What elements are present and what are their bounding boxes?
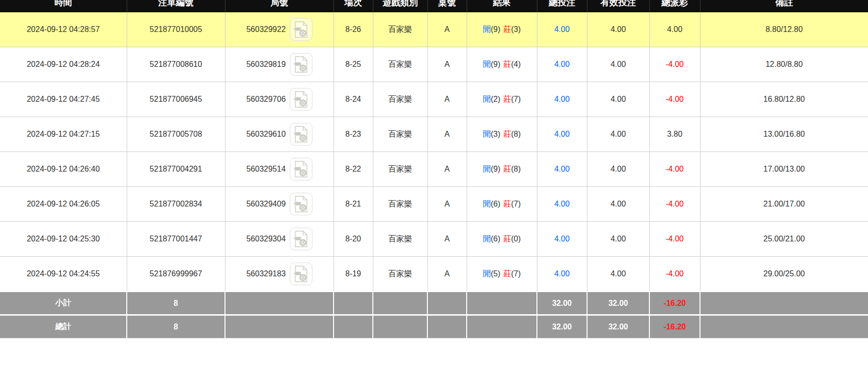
cell-time: 2024-09-12 04:26:05 [0, 187, 127, 222]
result-banker-score: (7) [511, 95, 521, 103]
header-session: 場次 [334, 0, 373, 12]
result-player-label: 閒 [483, 130, 491, 138]
cell-valid-bet: 4.00 [587, 82, 649, 117]
total-label: 總計 [0, 315, 127, 338]
subtotal-count: 8 [127, 292, 225, 315]
cell-valid-bet: 4.00 [587, 187, 649, 222]
video-replay-button[interactable] [290, 263, 312, 285]
cell-round-id: 560329514 [225, 152, 334, 187]
cell-time: 2024-09-12 04:25:30 [0, 222, 127, 257]
cell-valid-bet: 4.00 [587, 47, 649, 82]
cell-session: 8-23 [334, 117, 373, 152]
cell-session: 8-25 [334, 47, 373, 82]
video-file-icon [294, 21, 308, 38]
cell-payout: -4.00 [649, 187, 700, 222]
result-banker-label: 莊 [504, 235, 511, 243]
cell-round-id: 560329183 [225, 257, 334, 292]
cell-result: 閒(9)莊(8) [467, 152, 537, 187]
video-replay-button[interactable] [290, 158, 312, 180]
cell-game-type: 百家樂 [373, 117, 427, 152]
cell-payout: 4.00 [649, 12, 700, 47]
cell-remark: 12.80/8.80 [700, 47, 868, 82]
cell-bet-id: 521877002834 [127, 187, 225, 222]
total-payout: -16.20 [649, 315, 700, 338]
total-empty-session [334, 315, 373, 338]
video-file-icon [294, 231, 308, 247]
total-empty-round [225, 315, 334, 338]
cell-round-id: 560329819 [225, 47, 334, 82]
result-player-label: 閒 [483, 95, 491, 103]
cell-time: 2024-09-12 04:26:40 [0, 152, 127, 187]
table-row: 2024-09-12 04:26:05 521877002834 5603294… [0, 187, 868, 222]
cell-total-bet[interactable]: 4.00 [537, 152, 587, 187]
cell-game-type: 百家樂 [373, 257, 427, 292]
cell-session: 8-26 [334, 12, 373, 47]
table-row: 2024-09-12 04:24:55 521876999967 5603291… [0, 257, 868, 292]
cell-total-bet[interactable]: 4.00 [537, 82, 587, 117]
result-player-score: (6) [491, 235, 501, 243]
table-body: 2024-09-12 04:28:57 521877010005 5603299… [0, 12, 868, 292]
cell-total-bet[interactable]: 4.00 [537, 187, 587, 222]
cell-total-bet[interactable]: 4.00 [537, 257, 587, 292]
result-banker-label: 莊 [504, 269, 511, 278]
cell-payout: -4.00 [649, 82, 700, 117]
result-banker-label: 莊 [504, 25, 511, 33]
cell-remark: 29.00/25.00 [700, 257, 868, 292]
round-id-text: 560329610 [246, 130, 285, 139]
cell-bet-id: 521876999967 [127, 257, 225, 292]
summary-section: 小計 8 32.00 32.00 -16.20 總計 8 32.00 32.00… [0, 292, 868, 338]
cell-table-no: A [427, 47, 467, 82]
result-banker-label: 莊 [504, 60, 511, 68]
subtotal-empty-round [225, 292, 334, 315]
result-player-label: 閒 [483, 60, 491, 68]
cell-game-type: 百家樂 [373, 12, 427, 47]
video-replay-button[interactable] [290, 228, 312, 250]
subtotal-empty-game [373, 292, 427, 315]
cell-round-id: 560329304 [225, 222, 334, 257]
header-remark: 備註 [700, 0, 868, 12]
result-player-label: 閒 [483, 25, 491, 33]
cell-total-bet[interactable]: 4.00 [537, 12, 587, 47]
header-time: 時間 [0, 0, 127, 12]
result-banker-score: (0) [511, 235, 521, 243]
cell-bet-id: 521877005708 [127, 117, 225, 152]
cell-total-bet[interactable]: 4.00 [537, 47, 587, 82]
header-round-id: 局號 [225, 0, 334, 12]
video-replay-button[interactable] [290, 53, 312, 76]
cell-session: 8-19 [334, 257, 373, 292]
cell-result: 閒(2)莊(7) [467, 82, 537, 117]
cell-total-bet[interactable]: 4.00 [537, 222, 587, 257]
round-id-text: 560329706 [246, 95, 285, 104]
video-file-icon [294, 266, 308, 282]
cell-total-bet[interactable]: 4.00 [537, 117, 587, 152]
table-row: 2024-09-12 04:25:30 521877001447 5603293… [0, 222, 868, 257]
table-row: 2024-09-12 04:28:57 521877010005 5603299… [0, 12, 868, 47]
cell-game-type: 百家樂 [373, 222, 427, 257]
cell-remark: 8.80/12.80 [700, 12, 868, 47]
total-remark [700, 315, 868, 338]
cell-remark: 25.00/21.00 [700, 222, 868, 257]
total-empty-game [373, 315, 427, 338]
header-payout: 總派彩 [649, 0, 700, 12]
cell-remark: 13.00/16.80 [700, 117, 868, 152]
result-player-label: 閒 [483, 200, 491, 208]
video-replay-button[interactable] [290, 123, 312, 146]
cell-result: 閒(6)莊(7) [467, 187, 537, 222]
video-replay-button[interactable] [290, 193, 312, 215]
video-replay-button[interactable] [290, 88, 312, 111]
video-file-icon [294, 126, 308, 143]
result-player-score: (9) [491, 165, 501, 173]
cell-payout: -4.00 [649, 222, 700, 257]
total-empty-result [467, 315, 537, 338]
cell-table-no: A [427, 257, 467, 292]
cell-time: 2024-09-12 04:28:57 [0, 12, 127, 47]
cell-remark: 16.80/12.80 [700, 82, 868, 117]
cell-payout: -4.00 [649, 152, 700, 187]
video-replay-button[interactable] [290, 18, 312, 41]
video-file-icon [294, 56, 308, 73]
subtotal-valid-bet: 32.00 [587, 292, 649, 315]
result-banker-score: (4) [511, 60, 521, 68]
subtotal-empty-table [427, 292, 467, 315]
cell-result: 閒(6)莊(0) [467, 222, 537, 257]
cell-table-no: A [427, 82, 467, 117]
